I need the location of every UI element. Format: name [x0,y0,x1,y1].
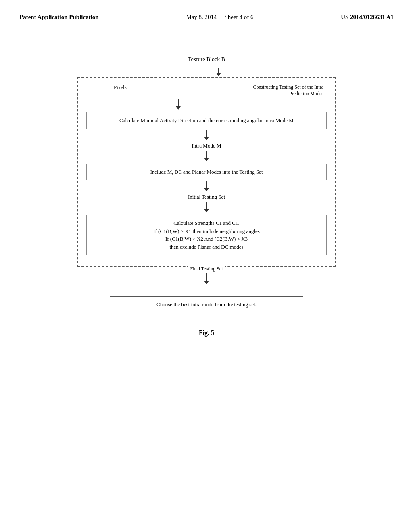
box2-label: Include M, DC and Planar Modes into the … [150,169,263,175]
box1-label: Calculate Minimal Activity Direction and… [119,117,294,123]
box3-line4: then exclude Planar and DC modes [93,243,320,251]
publication-date: May 8, 2014 [186,14,217,20]
publication-label: Patent Application Publication [19,14,99,20]
bottom-box-label: Choose the best intra mode from the test… [156,301,257,308]
texture-block-label: Texture Block B [188,56,225,62]
texture-block-box: Texture Block B [138,52,275,67]
pixels-label: Pixels [114,84,127,91]
calculate-minimal-box: Calculate Minimal Activity Direction and… [86,112,327,129]
bottom-box: Choose the best intra mode from the test… [110,296,303,313]
header-right: US 2014/0126631 A1 [341,13,394,21]
header-center: May 8, 2014 Sheet 4 of 6 [186,13,253,21]
outer-dashed-container: Pixels Constructing Testing Set of the I… [77,77,336,267]
intra-mode-label: Intra Mode M [86,143,327,149]
constructing-label: Constructing Testing Set of the Intra Pr… [243,84,323,97]
calculate-strengths-box: Calculate Strengths C1 and C1. If (C1(B,… [86,215,327,255]
pixels-row: Pixels Constructing Testing Set of the I… [86,84,327,97]
header-left: Patent Application Publication [19,13,99,21]
box3-line2: If (C1(B,W) > X1 then include neighborin… [93,227,320,235]
initial-testing-label: Initial Testing Set [86,194,327,200]
box3-line3: If (C1(B,W) > X2 And (C2(B,W) < X3 [93,235,320,243]
patent-number: US 2014/0126631 A1 [341,14,394,20]
sheet-number: Sheet 4 of 6 [224,14,253,20]
page-header: Patent Application Publication May 8, 20… [0,0,413,28]
figure-label: Fig. 5 [199,329,214,337]
include-modes-box: Include M, DC and Planar Modes into the … [86,164,327,181]
final-testing-label: Final Testing Set [188,266,225,272]
diagram-area: Texture Block B Pixels Constructing Test… [65,52,348,337]
box3-line1: Calculate Strengths C1 and C1. [93,219,320,227]
